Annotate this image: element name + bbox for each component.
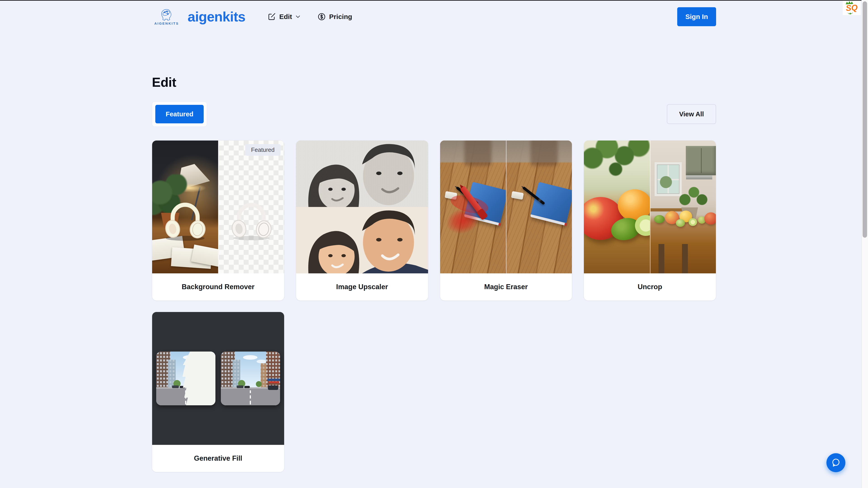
card-title: Image Upscaler bbox=[336, 283, 388, 291]
kitchen-cabinet bbox=[686, 146, 716, 175]
card-media-before-after bbox=[152, 312, 284, 445]
card-title: Magic Eraser bbox=[484, 283, 528, 291]
card-image-after bbox=[296, 207, 428, 273]
logo-caption: AIGENKITS bbox=[154, 22, 179, 25]
logo-head-icon: AIGENKITS bbox=[152, 8, 181, 25]
chair bbox=[464, 140, 491, 166]
eraser bbox=[511, 191, 524, 200]
card-image-before bbox=[152, 140, 218, 273]
logo-wordmark: aigenkits bbox=[188, 9, 245, 25]
sign-in-button[interactable]: Sign In bbox=[677, 7, 716, 26]
site-header: AIGENKITS aigenkits Edit bbox=[152, 0, 716, 27]
card-image-after bbox=[650, 140, 716, 273]
tools-grid: Featured bbox=[152, 140, 716, 472]
fruit bbox=[688, 218, 697, 226]
fruit bbox=[704, 213, 716, 225]
card-image-before bbox=[584, 140, 650, 273]
logo[interactable]: AIGENKITS aigenkits bbox=[152, 8, 245, 25]
category-tabs: Featured bbox=[152, 101, 207, 127]
card-image-before bbox=[296, 140, 428, 207]
chat-bubble-icon bbox=[831, 457, 841, 468]
foliage bbox=[584, 140, 650, 195]
controls-row: Featured View All bbox=[152, 101, 716, 127]
fruit bbox=[654, 215, 664, 223]
card-title: Generative Fill bbox=[194, 454, 242, 462]
page-title: Edit bbox=[152, 74, 716, 90]
card-background-remover[interactable]: Featured bbox=[152, 140, 284, 301]
card-media-before-after bbox=[440, 140, 572, 273]
headphones-photo bbox=[157, 166, 213, 270]
dollar-circle-icon bbox=[318, 13, 326, 21]
card-title: Uncrop bbox=[638, 283, 662, 291]
card-footer: Generative Fill bbox=[152, 445, 284, 472]
card-title: Background Remover bbox=[182, 283, 254, 291]
card-image-upscaler[interactable]: Image Upscaler bbox=[296, 140, 428, 301]
main-nav: Edit Pricing bbox=[268, 13, 352, 21]
browser-extension-button[interactable]: SQ bbox=[843, 1, 861, 15]
card-generative-fill[interactable]: Generative Fill bbox=[152, 312, 284, 472]
extension-sq-icon: SQ bbox=[846, 4, 858, 12]
table-leg bbox=[682, 244, 688, 273]
range-hood bbox=[686, 175, 712, 180]
card-image-before bbox=[156, 352, 215, 405]
featured-badge: Featured bbox=[245, 144, 281, 156]
card-media-before-after bbox=[584, 140, 716, 273]
nav-item-label: Edit bbox=[279, 13, 292, 21]
chat-button[interactable] bbox=[827, 453, 845, 472]
card-image-after bbox=[221, 352, 280, 405]
card-footer: Magic Eraser bbox=[440, 273, 572, 300]
card-image-after: Featured bbox=[218, 140, 284, 273]
card-footer: Uncrop bbox=[584, 273, 716, 300]
nav-item-pricing[interactable]: Pricing bbox=[318, 13, 352, 21]
fruit bbox=[676, 219, 685, 227]
table-leg bbox=[658, 244, 664, 273]
headphones-cutout bbox=[224, 166, 279, 270]
card-media-before-after: Featured bbox=[152, 140, 284, 273]
card-image-before bbox=[440, 140, 506, 273]
view-all-button[interactable]: View All bbox=[667, 104, 716, 124]
window-top-edge bbox=[0, 0, 868, 1]
card-footer: Background Remover bbox=[152, 273, 284, 300]
card-image-after bbox=[506, 140, 572, 273]
nav-item-label: Pricing bbox=[329, 13, 352, 21]
card-uncrop[interactable]: Uncrop bbox=[584, 140, 716, 301]
tab-featured[interactable]: Featured bbox=[155, 105, 204, 123]
card-magic-eraser[interactable]: Magic Eraser bbox=[440, 140, 572, 301]
nav-item-edit[interactable]: Edit bbox=[268, 13, 300, 21]
chevron-down-icon bbox=[296, 15, 300, 18]
chair bbox=[530, 140, 558, 166]
card-footer: Image Upscaler bbox=[296, 273, 428, 300]
edit-square-icon bbox=[268, 13, 276, 21]
scrollbar-thumb[interactable] bbox=[863, 1, 867, 238]
scrollbar-track[interactable] bbox=[862, 0, 868, 488]
card-media-before-after bbox=[296, 140, 428, 273]
blue-notebook bbox=[530, 182, 572, 226]
